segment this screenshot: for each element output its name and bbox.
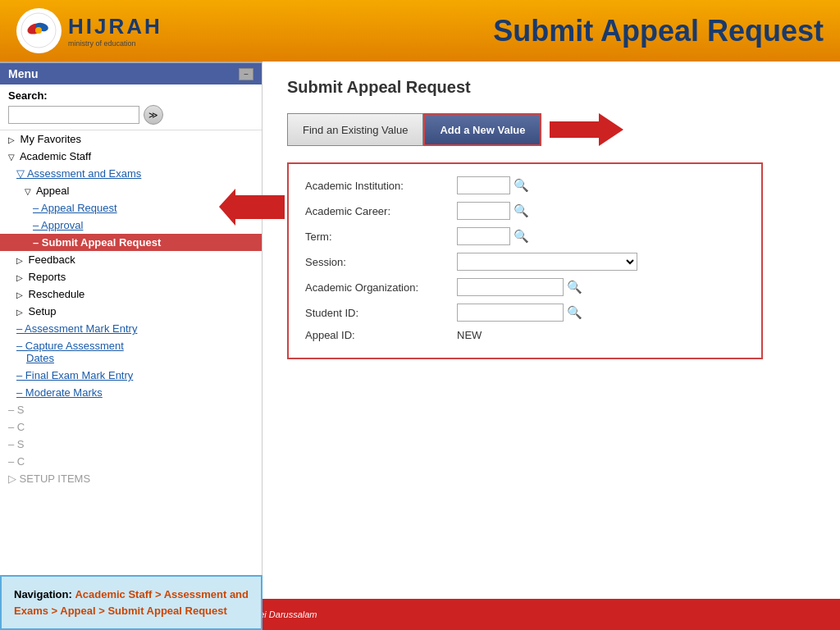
field-academic-org: Academic Organization: 🔍 bbox=[305, 278, 745, 296]
search-button[interactable]: ≫ bbox=[144, 105, 163, 125]
field-session: Session: bbox=[305, 253, 745, 271]
nav-item-setup[interactable]: ▷ Setup bbox=[0, 303, 262, 320]
appeal-id-value: NEW bbox=[457, 329, 482, 341]
search-label: Search: bbox=[8, 89, 253, 102]
arrow-add-new bbox=[550, 113, 623, 146]
label-academic-institution: Academic Institution: bbox=[305, 180, 457, 192]
nav-item-reports[interactable]: ▷ Reports bbox=[0, 268, 262, 285]
header-title: Submit Appeal Request bbox=[493, 14, 824, 48]
select-session[interactable] bbox=[457, 253, 637, 271]
form-box: Academic Institution: 🔍 Academic Career:… bbox=[287, 162, 763, 359]
nav-item-final-exam[interactable]: – Final Exam Mark Entry bbox=[0, 367, 262, 384]
content-title: Submit Appeal Request bbox=[287, 78, 815, 97]
input-academic-institution[interactable] bbox=[457, 176, 510, 194]
logo-tagline: ministry of education bbox=[68, 39, 162, 48]
sidebar: Menu − Search: ≫ ▷ My Favorites ▽ Academ… bbox=[0, 62, 262, 599]
nav-item-reschedule[interactable]: ▷ Reschedule bbox=[0, 285, 262, 303]
navigation-note: Navigation: Academic Staff > Assessment … bbox=[0, 575, 262, 599]
input-academic-org[interactable] bbox=[457, 278, 564, 296]
field-term: Term: 🔍 bbox=[305, 227, 745, 245]
input-student-id[interactable] bbox=[457, 304, 564, 322]
nav-item-s1[interactable]: – S bbox=[0, 401, 262, 418]
input-academic-career[interactable] bbox=[457, 202, 510, 220]
search-icon-term[interactable]: 🔍 bbox=[514, 229, 529, 244]
nav-item-submit-appeal[interactable]: – Submit Appeal Request bbox=[0, 234, 262, 251]
sidebar-search-area: Search: ≫ bbox=[0, 84, 262, 130]
arrow-left bbox=[219, 189, 285, 226]
svg-marker-5 bbox=[219, 189, 285, 226]
label-academic-career: Academic Career: bbox=[305, 205, 457, 217]
nav-item-favorites[interactable]: ▷ My Favorites bbox=[0, 130, 262, 148]
sidebar-minimize-button[interactable]: − bbox=[239, 68, 253, 80]
svg-marker-4 bbox=[550, 113, 623, 146]
nav-item-moderate[interactable]: – Moderate Marks bbox=[0, 384, 262, 401]
nav-item-assessment-exams[interactable]: ▽ Assessment and Exams bbox=[0, 165, 262, 182]
sidebar-menu-bar: Menu − bbox=[0, 63, 262, 84]
label-term: Term: bbox=[305, 231, 457, 243]
input-wrap-institution: 🔍 bbox=[457, 176, 529, 194]
nav-item-setup2[interactable]: ▷ SETUP ITEMS bbox=[0, 470, 262, 487]
logo-icon bbox=[16, 8, 62, 53]
logo-brand: HIJRAH bbox=[68, 14, 162, 39]
field-academic-institution: Academic Institution: 🔍 bbox=[305, 176, 745, 194]
label-session: Session: bbox=[305, 256, 457, 268]
header: HIJRAH ministry of education Submit Appe… bbox=[0, 0, 840, 62]
input-wrap-career: 🔍 bbox=[457, 202, 529, 220]
nav-item-feedback[interactable]: ▷ Feedback bbox=[0, 251, 262, 268]
search-icon-institution[interactable]: 🔍 bbox=[514, 178, 529, 193]
tab-add-new[interactable]: Add a New Value bbox=[423, 113, 541, 146]
menu-label: Menu bbox=[8, 67, 39, 80]
input-wrap-org: 🔍 bbox=[457, 278, 582, 296]
label-student-id: Student ID: bbox=[305, 307, 457, 319]
svg-point-3 bbox=[35, 27, 42, 34]
content-area: Submit Appeal Request Find an Existing V… bbox=[262, 62, 840, 599]
search-icon-org[interactable]: 🔍 bbox=[567, 280, 582, 294]
nav-item-assessment-mark-entry[interactable]: – Assessment Mark Entry bbox=[0, 320, 262, 337]
logo-area: HIJRAH ministry of education bbox=[16, 8, 162, 53]
field-student-id: Student ID: 🔍 bbox=[305, 304, 745, 322]
nav-item-c2[interactable]: – C bbox=[0, 453, 262, 470]
tab-row: Find an Existing Value Add a New Value bbox=[287, 113, 815, 146]
search-icon-career[interactable]: 🔍 bbox=[514, 203, 529, 218]
main-layout: Menu − Search: ≫ ▷ My Favorites ▽ Academ… bbox=[0, 62, 840, 599]
field-appeal-id: Appeal ID: NEW bbox=[305, 329, 745, 341]
label-appeal-id: Appeal ID: bbox=[305, 329, 457, 341]
sidebar-search-row: ≫ bbox=[8, 105, 253, 125]
input-term[interactable] bbox=[457, 227, 510, 245]
nav-item-c1[interactable]: – C bbox=[0, 418, 262, 436]
input-wrap-student-id: 🔍 bbox=[457, 304, 582, 322]
nav-note-label: Navigation: bbox=[14, 588, 72, 599]
tab-find-existing[interactable]: Find an Existing Value bbox=[287, 113, 423, 146]
nav-item-s2[interactable]: – S bbox=[0, 436, 262, 453]
field-academic-career: Academic Career: 🔍 bbox=[305, 202, 745, 220]
nav-item-capture-assessment[interactable]: – Capture AssessmentDates bbox=[0, 337, 262, 367]
label-academic-org: Academic Organization: bbox=[305, 281, 457, 294]
search-input[interactable] bbox=[8, 106, 139, 124]
logo-text-area: HIJRAH ministry of education bbox=[68, 14, 162, 48]
nav-item-academic-staff[interactable]: ▽ Academic Staff bbox=[0, 148, 262, 165]
search-icon-student[interactable]: 🔍 bbox=[567, 305, 582, 320]
input-wrap-term: 🔍 bbox=[457, 227, 529, 245]
